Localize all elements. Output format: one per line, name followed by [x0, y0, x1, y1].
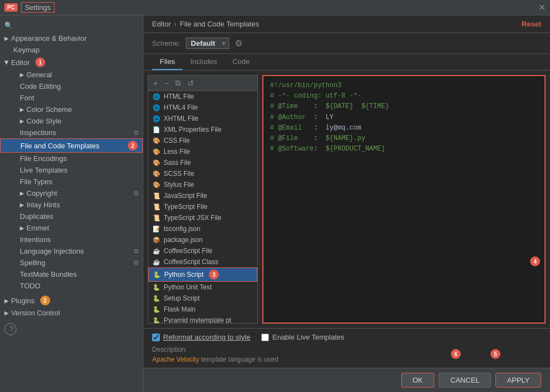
file-item-stylus[interactable]: 🎨 Stylus File: [148, 179, 257, 190]
file-item-js[interactable]: 📜 JavaScript File: [148, 190, 257, 201]
file-item-python-script[interactable]: 🐍 Python Script 3: [148, 267, 257, 282]
sidebar-search-input[interactable]: [15, 21, 138, 29]
search-bar: 🔍: [0, 18, 143, 33]
copy-template-button[interactable]: ⧉: [174, 78, 182, 88]
file-item-css[interactable]: 🎨 CSS File: [148, 135, 257, 146]
file-item-coffee-class[interactable]: ☕ CoffeeScript Class: [148, 256, 257, 267]
sidebar-label-copyright: Copyright: [26, 189, 57, 197]
enable-live-templates-checkbox-label[interactable]: Enable Live Templates: [261, 333, 344, 341]
file-label-coffee-class: CoffeeScript Class: [164, 258, 218, 266]
file-item-xhtml[interactable]: 🌐 XHTML File: [148, 113, 257, 124]
file-label-package: package.json: [164, 236, 203, 244]
sidebar-item-color-scheme[interactable]: ▶ Color Scheme: [0, 104, 143, 115]
spelling-icon: ⧉: [134, 259, 138, 266]
sidebar-label-plugins: Plugins: [11, 297, 35, 305]
file-item-xml[interactable]: 📄 XML Properties File: [148, 124, 257, 135]
title-bar-left: PC Settings: [4, 2, 55, 13]
sidebar-item-inlay-hints[interactable]: ▶ Inlay Hints: [0, 199, 143, 211]
sidebar-item-duplicates[interactable]: Duplicates: [0, 211, 143, 222]
file-list-panel: + − ⧉ ↺ 🌐 HTML File 🌐 HTML4 File: [148, 75, 258, 324]
sidebar-item-general[interactable]: ▶ General: [0, 69, 143, 80]
sidebar-item-plugins[interactable]: ▶ Plugins 2: [0, 294, 143, 307]
add-template-button[interactable]: +: [152, 78, 159, 88]
tab-includes[interactable]: Includes: [182, 54, 224, 70]
breadcrumb-parent: Editor: [152, 20, 171, 28]
reset-button[interactable]: Reset: [522, 20, 541, 28]
cancel-button[interactable]: CANCEL: [439, 373, 491, 388]
file-item-flask-main[interactable]: 🐍 Flask Main: [148, 304, 257, 315]
sidebar-label-inspections: Inspections: [20, 128, 56, 137]
description-row: Description: Apache Velocity template la…: [152, 346, 541, 363]
file-item-pyramid-mytemplate-pt[interactable]: 🐍 Pyramid mytemplate pt: [148, 315, 257, 323]
sidebar: 🔍 ▶ Appearance & Behavior Keymap ▶ Edito…: [0, 15, 143, 392]
sidebar-item-language-injections[interactable]: Language Injections ⧉: [0, 245, 143, 257]
sidebar-label-spelling: Spelling: [20, 259, 45, 267]
file-label-js: JavaScript File: [164, 192, 207, 200]
sidebar-item-spelling[interactable]: Spelling ⧉: [0, 257, 143, 269]
scheme-select[interactable]: Default Project: [186, 37, 229, 49]
reformat-checkbox-label[interactable]: Reformat according to style: [152, 333, 250, 341]
sidebar-label-file-and-code-templates: File and Code Templates: [20, 142, 100, 150]
file-label-html4: HTML4 File: [164, 104, 198, 111]
expand-arrow-editor: ▶: [4, 60, 10, 65]
file-label-html: HTML File: [164, 93, 194, 100]
ok-button[interactable]: OK: [401, 373, 435, 388]
file-label-ts: TypeScript File: [164, 203, 207, 211]
sidebar-item-keymap[interactable]: Keymap: [0, 44, 143, 56]
apply-button[interactable]: APPLY: [495, 373, 541, 388]
sidebar-item-code-editing[interactable]: Code Editing: [0, 80, 143, 92]
bottom-options: Reformat according to style Enable Live …: [143, 328, 550, 368]
sidebar-item-file-types[interactable]: File Types: [0, 176, 143, 187]
sidebar-item-inspections[interactable]: Inspections ⧉: [0, 127, 143, 138]
file-item-html4[interactable]: 🌐 HTML4 File: [148, 102, 257, 113]
sidebar-item-textmate-bundles[interactable]: TextMate Bundles: [0, 269, 143, 280]
sidebar-label-intentions: Intentions: [20, 235, 51, 244]
expand-arrow-color-scheme: ▶: [20, 106, 24, 112]
file-item-scss[interactable]: 🎨 SCSS File: [148, 168, 257, 179]
sidebar-item-file-and-code-templates[interactable]: File and Code Templates 2: [0, 138, 143, 153]
file-item-python-unit-test[interactable]: 🐍 Python Unit Test: [148, 282, 257, 293]
reformat-checkbox[interactable]: [152, 334, 160, 341]
sidebar-item-appearance[interactable]: ▶ Appearance & Behavior: [0, 33, 143, 44]
description-velocity: Apache Velocity: [152, 356, 199, 363]
search-icon: 🔍: [4, 22, 13, 29]
file-item-tsx[interactable]: 📜 TypeScript JSX File: [148, 212, 257, 223]
sidebar-label-color-scheme: Color Scheme: [26, 105, 72, 114]
file-item-coffee[interactable]: ☕ CoffeeScript File: [148, 245, 257, 256]
sidebar-item-emmet[interactable]: ▶ Emmet: [0, 222, 143, 234]
help-button[interactable]: ?: [4, 323, 17, 335]
sidebar-item-copyright[interactable]: ▶ Copyright ⧉: [0, 187, 143, 199]
file-item-less[interactable]: 🎨 Less File: [148, 146, 257, 157]
scheme-gear-button[interactable]: ⚙: [235, 38, 242, 49]
sidebar-item-live-templates[interactable]: Live Templates: [0, 164, 143, 176]
sidebar-item-intentions[interactable]: Intentions: [0, 234, 143, 245]
title-bar: PC Settings ✕: [0, 0, 550, 15]
sidebar-item-editor[interactable]: ▶ Editor 1: [0, 56, 143, 69]
sidebar-item-todo[interactable]: TODO: [0, 280, 143, 292]
expand-arrow-emmet: ▶: [20, 225, 24, 231]
sidebar-label-file-types: File Types: [20, 178, 52, 186]
code-area[interactable]: #!/usr/bin/python3 # -*- coding: utf-8 -…: [263, 76, 544, 323]
file-label-coffee: CoffeeScript File: [164, 247, 212, 255]
file-item-tsconfig[interactable]: 📝 tsconfig.json: [148, 223, 257, 234]
sidebar-item-file-encodings[interactable]: File Encodings: [0, 153, 143, 164]
enable-live-templates-label: Enable Live Templates: [272, 333, 344, 341]
sidebar-item-font[interactable]: Font: [0, 92, 143, 104]
file-list: 🌐 HTML File 🌐 HTML4 File 🌐 XHTML File 📄 …: [148, 91, 257, 323]
remove-template-button[interactable]: −: [163, 78, 170, 88]
file-item-html[interactable]: 🌐 HTML File: [148, 91, 257, 102]
file-label-python-unit-test: Python Unit Test: [164, 283, 212, 291]
dialog-buttons: OK CANCEL APPLY 5 6: [143, 368, 550, 392]
tab-files[interactable]: Files: [152, 54, 182, 70]
enable-live-templates-checkbox[interactable]: [261, 334, 269, 341]
file-item-package[interactable]: 📦 package.json: [148, 234, 257, 245]
file-item-sass[interactable]: 🎨 Sass File: [148, 157, 257, 168]
file-item-setup-script[interactable]: 🐍 Setup Script: [148, 293, 257, 304]
close-button[interactable]: ✕: [538, 2, 546, 13]
sidebar-label-version-control: Version Control: [11, 309, 60, 317]
sidebar-item-version-control[interactable]: ▶ Version Control: [0, 307, 143, 319]
tab-code[interactable]: Code: [225, 54, 257, 70]
reset-template-button[interactable]: ↺: [186, 78, 196, 88]
file-item-ts[interactable]: 📜 TypeScript File: [148, 201, 257, 212]
sidebar-item-code-style[interactable]: ▶ Code Style: [0, 115, 143, 127]
